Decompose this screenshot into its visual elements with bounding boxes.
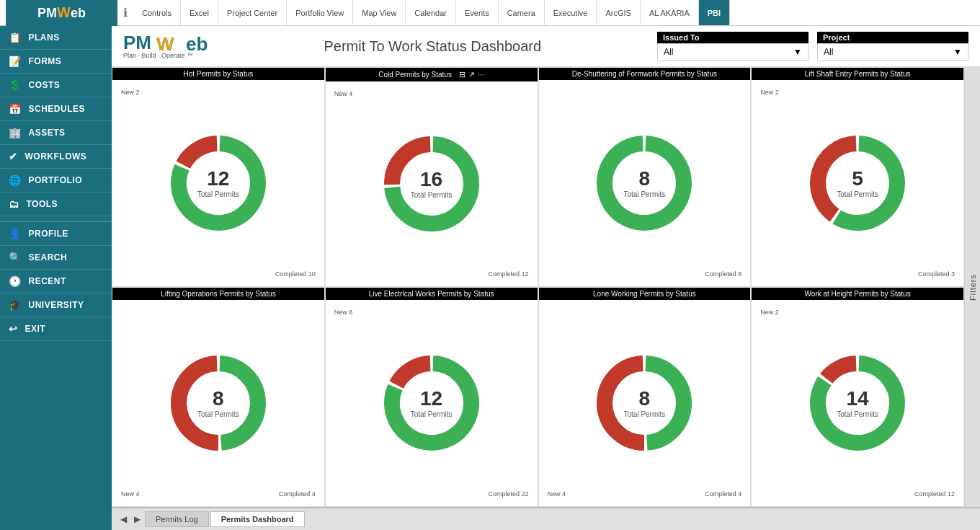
plans-icon: 📋: [9, 32, 22, 43]
nav-tab-project-center[interactable]: Project Center: [218, 0, 287, 25]
nav-tab-controls[interactable]: Controls: [133, 0, 181, 25]
chart-header-3: Lift Shaft Entry Permits by Status: [752, 68, 963, 80]
chart-annotation: Completed 8: [705, 270, 741, 278]
chart-header-5: Live Electrical Works Permits by Status: [326, 288, 538, 300]
chart-annotation: Completed 12: [914, 490, 955, 498]
chart-annotation: Completed 4: [279, 490, 316, 498]
chart-annotation: New 2: [760, 309, 779, 316]
chart-body-5: 12 Total PermitsNew 6Completed 22: [326, 300, 538, 506]
donut-number: 14: [837, 389, 878, 409]
issued-to-select[interactable]: All ▼: [657, 43, 808, 61]
donut-number: 16: [411, 169, 453, 190]
chart-cell-5: Live Electrical Works Permits by Status1…: [325, 287, 538, 507]
info-icon[interactable]: ℹ: [123, 6, 128, 19]
chart-cell-6: Lone Working Permits by Status8 Total Pe…: [538, 287, 752, 507]
filters-panel[interactable]: Filters: [964, 67, 980, 507]
chart-body-7: 14 Total PermitsNew 2Completed 12: [752, 300, 963, 506]
chart-header-0: Hot Permits by Status: [112, 68, 324, 80]
filter-icon[interactable]: ⊟: [459, 70, 466, 79]
nav-tab-pbi[interactable]: PBI: [699, 0, 730, 25]
donut-label: Total Permits: [197, 190, 239, 198]
nav-tab-calendar[interactable]: Calendar: [406, 0, 456, 25]
chart-annotation: New 2: [760, 89, 779, 96]
chart-header-1: Cold Permits by Status⊟↗···: [326, 68, 538, 81]
exit-icon: ↩: [9, 323, 18, 335]
sidebar-item-schedules[interactable]: 📅 SCHEDULES: [0, 97, 112, 121]
chart-annotation: Completed 10: [275, 270, 316, 278]
donut-number: 12: [197, 169, 239, 189]
nav-tab-excel[interactable]: Excel: [181, 0, 218, 25]
chart-annotation: Completed 22: [488, 490, 528, 498]
chart-cell-4: Lifting Operations Permits by Status8 To…: [112, 287, 325, 507]
export-icon[interactable]: ↗: [468, 70, 475, 79]
chart-annotation: New 4: [548, 490, 566, 498]
nav-tab-arcgis[interactable]: ArcGIS: [597, 0, 640, 25]
issued-to-filter[interactable]: Issued To All ▼: [657, 32, 808, 61]
chart-body-0: 12 Total PermitsNew 2Completed 10: [112, 80, 324, 286]
sidebar-item-workflows[interactable]: ✔ WORKFLOWS: [0, 145, 112, 169]
tools-icon: 🗂: [9, 198, 19, 210]
donut-label: Total Permits: [837, 410, 878, 418]
tab-permits-log[interactable]: Permits Log: [145, 511, 209, 527]
project-filter[interactable]: Project All ▼: [817, 32, 968, 61]
donut-label: Total Permits: [837, 190, 878, 198]
nav-prev[interactable]: ◀: [117, 514, 130, 524]
donut-number: 12: [411, 389, 453, 409]
chart-annotation: New 2: [121, 89, 140, 96]
sidebar-item-tools[interactable]: 🗂 TOOLS: [0, 193, 112, 216]
top-navigation: PMWeb ℹ Controls Excel Project Center Po…: [0, 0, 980, 26]
nav-tab-executive[interactable]: Executive: [545, 0, 597, 25]
nav-tab-map-view[interactable]: Map View: [353, 0, 406, 25]
costs-icon: 💲: [9, 79, 22, 91]
nav-tab-camera[interactable]: Camera: [499, 0, 545, 25]
sidebar-item-university[interactable]: 🎓 UNIVERSITY: [0, 293, 112, 317]
chart-annotation: New 4: [334, 90, 353, 97]
sidebar-item-costs[interactable]: 💲 COSTS: [0, 74, 112, 97]
dashboard-title: Permit To Work Status Dashboard: [219, 38, 646, 55]
chart-body-2: 8 Total PermitsCompleted 8: [539, 80, 751, 286]
schedules-icon: 📅: [9, 103, 22, 115]
recent-icon: 🕐: [9, 275, 22, 287]
donut-label: Total Permits: [411, 191, 453, 199]
chart-annotation: Completed 4: [705, 490, 741, 498]
chart-annotation: New 6: [334, 309, 353, 316]
chart-header-icons-1[interactable]: ⊟↗···: [459, 70, 484, 79]
sidebar-item-recent[interactable]: 🕐 RECENT: [0, 270, 112, 293]
chart-cell-7: Work at Height Permits by Status14 Total…: [751, 287, 964, 507]
donut-label: Total Permits: [197, 410, 239, 418]
project-select[interactable]: All ▼: [817, 43, 968, 61]
nav-tab-al-akaria[interactable]: AL AKARIA: [641, 0, 699, 25]
chart-header-2: De-Shuttering of Formwork Permits by Sta…: [539, 68, 751, 80]
app-logo: PMWeb: [6, 0, 117, 26]
sidebar-item-exit[interactable]: ↩ EXIT: [0, 317, 112, 341]
nav-next[interactable]: ▶: [131, 514, 143, 524]
chart-body-1: 16 Total PermitsNew 4Completed 12: [326, 81, 538, 286]
sidebar-item-profile[interactable]: 👤 PROFILE: [0, 222, 112, 246]
pmweb-logo: PM W W eb Plan · Build · Operate ™: [123, 33, 208, 58]
profile-icon: 👤: [9, 228, 22, 239]
chart-cell-3: Lift Shaft Entry Permits by Status5 Tota…: [751, 67, 964, 287]
nav-tab-events[interactable]: Events: [456, 0, 499, 25]
nav-tab-portfolio-view[interactable]: Portfolio View: [287, 0, 353, 25]
sidebar-item-search[interactable]: 🔍 SEARCH: [0, 246, 112, 270]
chart-annotation: Completed 3: [918, 270, 955, 278]
sidebar-item-portfolio[interactable]: 🌐 PORTFOLIO: [0, 169, 112, 193]
chart-cell-1: Cold Permits by Status⊟↗···16 Total Perm…: [325, 67, 538, 287]
filters-panel-label: Filters: [968, 274, 977, 301]
sidebar-item-forms[interactable]: 📝 FORMS: [0, 50, 112, 74]
sidebar-item-plans[interactable]: 📋 PLANS: [0, 26, 112, 50]
chart-cell-2: De-Shuttering of Formwork Permits by Sta…: [538, 67, 752, 287]
project-label: Project: [817, 32, 968, 43]
issued-to-label: Issued To: [657, 32, 808, 43]
tab-permits-dashboard[interactable]: Permits Dashboard: [210, 511, 305, 527]
bottom-tabs-bar: ◀ ▶ Permits Log Permits Dashboard: [112, 507, 980, 530]
donut-label: Total Permits: [623, 190, 665, 198]
sidebar-item-assets[interactable]: 🏢 ASSETS: [0, 121, 112, 145]
chart-body-6: 8 Total PermitsNew 4Completed 4: [539, 300, 751, 506]
more-icon[interactable]: ···: [478, 70, 484, 79]
forms-icon: 📝: [9, 56, 22, 67]
chart-header-7: Work at Height Permits by Status: [752, 288, 963, 300]
search-icon: 🔍: [9, 252, 22, 263]
project-chevron: ▼: [953, 47, 962, 57]
svg-text:W: W: [156, 33, 174, 53]
